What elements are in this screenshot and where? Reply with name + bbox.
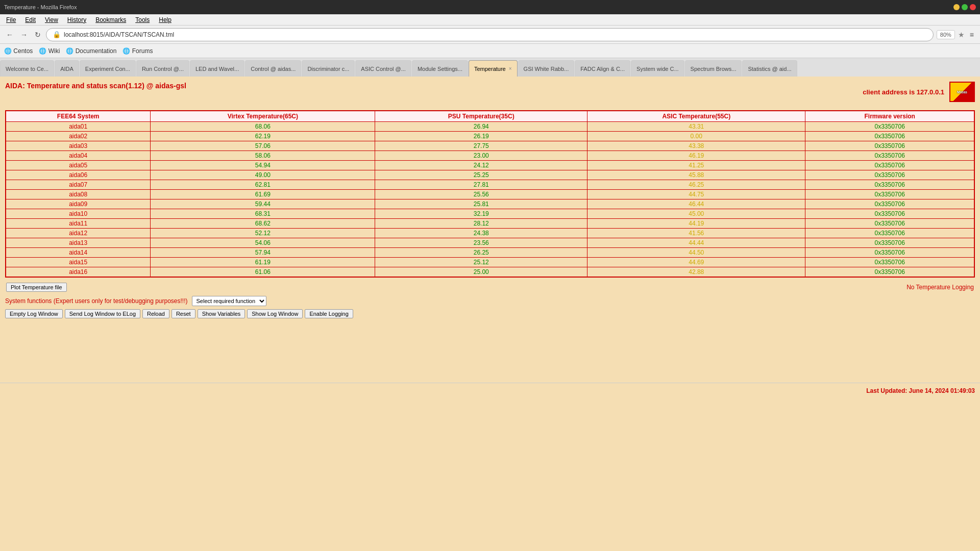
menu-help[interactable]: Help — [155, 15, 176, 24]
system-cell: aida10 — [6, 209, 151, 219]
bookmark-documentation[interactable]: 🌐 Documentation — [66, 47, 116, 55]
menu-file[interactable]: File — [2, 15, 20, 24]
function-select[interactable]: Select required functionFunction 1Functi… — [192, 296, 266, 306]
asic-cell: 44.75 — [587, 190, 805, 199]
system-cell: aida06 — [6, 170, 151, 180]
system-cell: aida07 — [6, 180, 151, 190]
forward-button[interactable]: → — [18, 29, 30, 41]
tab-12[interactable]: System wide C... — [631, 60, 684, 77]
tab-5[interactable]: Control @ aidas... — [245, 60, 301, 77]
reload-button[interactable]: Reload — [142, 309, 169, 318]
table-row: aida1068.3132.1945.000x3350706 — [6, 209, 974, 219]
page-header: AIDA: Temperature and status scan(1.12) … — [5, 82, 975, 102]
psu-cell: 32.19 — [375, 209, 587, 219]
bookmark-star[interactable]: ★ — [958, 31, 965, 39]
bookmark-centos[interactable]: 🌐 Centos — [4, 47, 33, 55]
psu-cell: 26.19 — [375, 132, 587, 141]
bookmark-wiki[interactable]: 🌐 Wiki — [39, 47, 60, 55]
table-row: aida0168.0626.9443.310x3350706 — [6, 122, 974, 132]
asic-cell: 0.00 — [587, 132, 805, 141]
plot-temperature-button[interactable]: Plot Temperature file — [6, 283, 67, 292]
maximize-button[interactable] — [962, 4, 968, 10]
reload-nav-button[interactable]: ↻ — [33, 29, 43, 41]
tab-8[interactable]: Module Settings... — [412, 60, 468, 77]
asic-cell: 46.19 — [587, 151, 805, 161]
tab-2[interactable]: Experiment Con... — [80, 60, 136, 77]
firmware-cell: 0x3350706 — [805, 161, 974, 170]
table-row: aida1561.1925.1244.690x3350706 — [6, 258, 974, 267]
psu-cell: 24.38 — [375, 229, 587, 238]
psu-cell: 25.00 — [375, 267, 587, 278]
table-header: FEE64 System — [6, 111, 151, 122]
menu-extensions[interactable]: ≡ — [968, 29, 976, 41]
table-header: Firmware version — [805, 111, 974, 122]
system-cell: aida15 — [6, 258, 151, 267]
bookmark-forums[interactable]: 🌐 Forums — [122, 47, 153, 55]
menu-edit[interactable]: Edit — [21, 15, 40, 24]
zoom-level: 80% — [937, 30, 955, 39]
virtex-cell: 68.31 — [151, 209, 375, 219]
plot-row: Plot Temperature file No Temperature Log… — [5, 283, 975, 292]
system-functions-label: System functions (Expert users only for … — [5, 297, 188, 305]
asic-cell: 46.44 — [587, 199, 805, 209]
reset-button[interactable]: Reset — [172, 309, 195, 318]
last-updated: Last Updated: June 14, 2024 01:49:03 — [866, 387, 975, 394]
table-row: aida1354.0623.5644.440x3350706 — [6, 238, 974, 248]
show-variables-button[interactable]: Show Variables — [198, 309, 246, 318]
virtex-cell: 62.19 — [151, 132, 375, 141]
tab-7[interactable]: ASIC Control @... — [355, 60, 411, 77]
show-log-button[interactable]: Show Log Window — [247, 309, 303, 318]
table-row: aida1661.0625.0042.880x3350706 — [6, 267, 974, 278]
table-header: Virtex Temperature(65C) — [151, 111, 375, 122]
tab-4[interactable]: LED and Wavel... — [190, 60, 244, 77]
nav-bar: ← → ↻ 🔒 localhost:8015/AIDA/TSCAN/TSCAN.… — [0, 26, 980, 44]
tab-10[interactable]: GSI White Rabb... — [518, 60, 575, 77]
tab-9[interactable]: Temperature× — [469, 60, 518, 77]
tab-0[interactable]: Welcome to Ce... — [0, 60, 54, 77]
virtex-cell: 54.94 — [151, 161, 375, 170]
menu-bar: File Edit View History Bookmarks Tools H… — [0, 14, 980, 26]
client-address: client address is 127.0.0.1 — [863, 88, 944, 96]
asic-cell: 42.88 — [587, 267, 805, 278]
firmware-cell: 0x3350706 — [805, 141, 974, 151]
enable-logging-button[interactable]: Enable Logging — [305, 309, 353, 318]
url-text[interactable]: localhost:8015/AIDA/TSCAN/TSCAN.tml — [64, 31, 927, 38]
menu-tools[interactable]: Tools — [131, 15, 154, 24]
asic-cell: 41.25 — [587, 161, 805, 170]
tab-1[interactable]: AIDA — [55, 60, 79, 77]
tab-13[interactable]: Spectrum Brows... — [685, 60, 742, 77]
psu-cell: 28.12 — [375, 219, 587, 229]
page-title: AIDA: Temperature and status scan(1.12) … — [5, 82, 186, 90]
firmware-cell: 0x3350706 — [805, 248, 974, 258]
tab-6[interactable]: Discriminator c... — [302, 60, 355, 77]
back-button[interactable]: ← — [4, 29, 15, 41]
virtex-cell: 49.00 — [151, 170, 375, 180]
window-controls — [953, 4, 976, 10]
tab-14[interactable]: Statistics @ aid... — [742, 60, 797, 77]
virtex-cell: 68.62 — [151, 219, 375, 229]
tab-11[interactable]: FADC Align & C... — [575, 60, 630, 77]
no-logging-text: No Temperature Logging — [906, 284, 974, 291]
virtex-cell: 62.81 — [151, 180, 375, 190]
virtex-cell: 54.06 — [151, 238, 375, 248]
virtex-cell: 61.06 — [151, 267, 375, 278]
system-cell: aida09 — [6, 199, 151, 209]
virtex-cell: 61.19 — [151, 258, 375, 267]
system-cell: aida03 — [6, 141, 151, 151]
psu-cell: 25.25 — [375, 170, 587, 180]
send-log-button[interactable]: Send Log Window to ELog — [65, 309, 140, 318]
tab-close-icon[interactable]: × — [509, 66, 512, 71]
tabs-bar: Welcome to Ce...AIDAExperiment Con...Run… — [0, 58, 980, 77]
psu-cell: 23.56 — [375, 238, 587, 248]
virtex-cell: 61.69 — [151, 190, 375, 199]
close-button[interactable] — [970, 4, 976, 10]
table-row: aida0649.0025.2545.880x3350706 — [6, 170, 974, 180]
tab-3[interactable]: Run Control @... — [136, 60, 189, 77]
menu-view[interactable]: View — [41, 15, 62, 24]
menu-history[interactable]: History — [63, 15, 90, 24]
asic-cell: 44.19 — [587, 219, 805, 229]
system-cell: aida04 — [6, 151, 151, 161]
minimize-button[interactable] — [953, 4, 960, 10]
empty-log-button[interactable]: Empty Log Window — [5, 309, 63, 318]
menu-bookmarks[interactable]: Bookmarks — [91, 15, 130, 24]
